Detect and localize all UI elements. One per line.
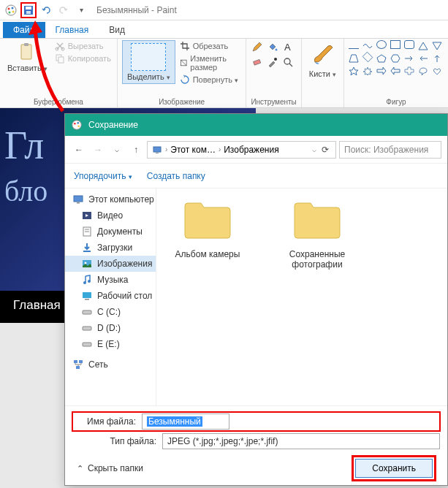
titlebar: ▾ Безымянный - Paint bbox=[0, 0, 448, 20]
group-brushes: Кисти bbox=[302, 39, 344, 107]
undo-button[interactable] bbox=[38, 2, 54, 18]
organize-button[interactable]: Упорядочить ▾ bbox=[74, 171, 132, 181]
svg-rect-44 bbox=[83, 251, 91, 252]
filetype-label: Тип файла: bbox=[94, 436, 156, 446]
svg-rect-53 bbox=[83, 343, 91, 346]
svg-rect-8 bbox=[21, 45, 31, 59]
tab-view[interactable]: Вид bbox=[99, 22, 135, 38]
qat-customize-icon[interactable]: ▾ bbox=[73, 2, 89, 18]
svg-rect-55 bbox=[79, 360, 83, 363]
refresh-button[interactable]: ⟳ bbox=[319, 142, 331, 158]
svg-point-32 bbox=[74, 123, 76, 125]
tree-disk-e[interactable]: E (E:) bbox=[65, 336, 156, 352]
group-image: Выделить Обрезать Изменить размер Поверн… bbox=[118, 39, 247, 107]
svg-rect-51 bbox=[83, 310, 91, 314]
canvas-text: Гл bbox=[4, 123, 44, 168]
tab-file[interactable]: Файл bbox=[3, 22, 45, 38]
pencil-tool-icon[interactable] bbox=[251, 40, 264, 53]
tree-desktop[interactable]: Рабочий стол bbox=[65, 288, 156, 304]
group-label-clipboard: Буфер обмена bbox=[4, 98, 113, 107]
save-button[interactable]: Сохранить bbox=[355, 459, 433, 478]
folder-camera-roll[interactable]: Альбом камеры bbox=[164, 200, 251, 259]
chevron-right-icon[interactable]: › bbox=[165, 145, 167, 153]
rotate-button[interactable]: Повернуть bbox=[178, 74, 242, 85]
tree-videos[interactable]: Видео bbox=[65, 207, 156, 224]
pc-icon bbox=[152, 145, 162, 155]
redo-button[interactable] bbox=[56, 2, 72, 18]
paste-button[interactable]: Вставить bbox=[4, 40, 50, 74]
svg-rect-36 bbox=[156, 153, 159, 153]
text-tool-icon[interactable]: A bbox=[281, 40, 295, 53]
nav-recent-button[interactable]: ⌵ bbox=[109, 142, 125, 158]
svg-rect-49 bbox=[83, 292, 91, 298]
tree-disk-c[interactable]: C (С:) bbox=[65, 304, 156, 320]
chevron-down-icon[interactable]: ⌵ bbox=[312, 145, 316, 153]
nav-forward-button[interactable]: → bbox=[90, 142, 106, 158]
svg-rect-50 bbox=[85, 299, 89, 300]
filename-input[interactable]: Безымянный bbox=[142, 413, 229, 430]
svg-rect-54 bbox=[74, 360, 77, 363]
resize-button[interactable]: Изменить размер bbox=[178, 53, 242, 72]
folder-content[interactable]: Альбом камеры Сохраненные фотографии bbox=[156, 188, 447, 405]
shapes-gallery[interactable] bbox=[349, 40, 444, 75]
ribbon-tabs: Файл Главная Вид bbox=[0, 20, 448, 38]
select-button[interactable]: Выделить bbox=[122, 40, 175, 84]
svg-point-2 bbox=[12, 7, 14, 9]
tree-network[interactable]: Сеть bbox=[65, 357, 156, 373]
breadcrumb-pc[interactable]: Этот ком… bbox=[170, 145, 216, 155]
eraser-tool-icon[interactable] bbox=[251, 56, 264, 69]
breadcrumb[interactable]: › Этот ком… › Изображения ⌵ ⟳ bbox=[147, 141, 336, 159]
picker-tool-icon[interactable] bbox=[266, 56, 279, 69]
new-folder-button[interactable]: Создать папку bbox=[147, 171, 205, 181]
svg-point-19 bbox=[284, 58, 290, 64]
brushes-button[interactable]: Кисти bbox=[306, 40, 339, 80]
crop-button[interactable]: Обрезать bbox=[178, 40, 242, 52]
folder-saved-photos[interactable]: Сохраненные фотографии bbox=[273, 200, 361, 270]
select-marquee-icon bbox=[131, 43, 166, 71]
svg-rect-52 bbox=[83, 327, 91, 330]
svg-rect-7 bbox=[26, 11, 31, 14]
svg-rect-37 bbox=[74, 196, 83, 202]
filename-label: Имя файла: bbox=[74, 416, 136, 427]
fill-tool-icon[interactable] bbox=[266, 40, 279, 53]
tree-documents[interactable]: Документы bbox=[65, 224, 156, 240]
folder-tree[interactable]: Этот компьютер Видео Документы Загрузки … bbox=[65, 188, 156, 405]
quick-access-toolbar: ▾ bbox=[3, 2, 89, 18]
group-shapes: Фигур bbox=[344, 39, 448, 107]
dialog-titlebar[interactable]: Сохранение bbox=[65, 114, 447, 136]
tree-music[interactable]: Музыка bbox=[65, 272, 156, 288]
svg-marker-22 bbox=[349, 55, 358, 62]
svg-rect-17 bbox=[254, 59, 261, 65]
group-tools: A Инструменты bbox=[246, 39, 301, 107]
svg-point-18 bbox=[274, 58, 277, 61]
chevron-right-icon[interactable]: › bbox=[219, 145, 221, 153]
svg-rect-56 bbox=[76, 366, 80, 369]
tab-home[interactable]: Главная bbox=[45, 22, 99, 38]
zoom-tool-icon[interactable] bbox=[281, 56, 295, 69]
save-button[interactable] bbox=[20, 2, 37, 18]
group-label-tools: Инструменты bbox=[251, 98, 296, 107]
svg-point-1 bbox=[8, 7, 10, 9]
copy-button[interactable]: Копировать bbox=[53, 53, 113, 64]
nav-up-button[interactable]: ↑ bbox=[128, 142, 144, 158]
tree-disk-d[interactable]: D (D:) bbox=[65, 320, 156, 336]
svg-text:A: A bbox=[284, 42, 291, 53]
tree-pictures[interactable]: Изображения bbox=[65, 256, 156, 272]
svg-rect-35 bbox=[153, 147, 161, 152]
group-label-image: Изображение bbox=[122, 98, 242, 107]
dialog-bottom: Имя файла: Безымянный Тип файла: JPEG (*… bbox=[65, 405, 447, 485]
svg-rect-9 bbox=[24, 43, 29, 46]
nav-back-button[interactable]: ← bbox=[71, 142, 87, 158]
search-input[interactable]: Поиск: Изображения bbox=[339, 141, 441, 159]
tree-downloads[interactable]: Загрузки bbox=[65, 240, 156, 256]
svg-rect-13 bbox=[58, 57, 64, 63]
tree-this-pc[interactable]: Этот компьютер bbox=[65, 191, 156, 207]
filetype-select[interactable]: JPEG (*.jpg;*.jpeg;*.jpe;*.jfif) bbox=[162, 433, 440, 449]
svg-point-34 bbox=[77, 125, 80, 127]
svg-point-47 bbox=[83, 281, 86, 284]
paint-app-icon bbox=[3, 2, 19, 18]
hide-folders-button[interactable]: ⌃ Скрыть папки bbox=[77, 463, 143, 473]
breadcrumb-folder[interactable]: Изображения bbox=[224, 145, 278, 155]
group-clipboard: Вставить Вырезать Копировать Буфер обмен… bbox=[0, 39, 118, 107]
cut-button[interactable]: Вырезать bbox=[53, 40, 113, 52]
